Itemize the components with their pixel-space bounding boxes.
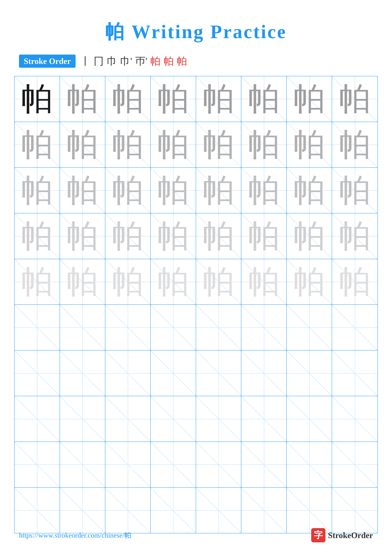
grid-cell[interactable] [332, 488, 378, 533]
char: 帕 [21, 83, 53, 115]
grid-cell[interactable] [105, 351, 151, 396]
char: 帕 [112, 220, 143, 252]
grid-cell[interactable]: 帕 [196, 213, 242, 259]
grid-cell[interactable]: 帕 [105, 168, 151, 213]
char: 帕 [203, 129, 234, 161]
grid-cell[interactable]: 帕 [332, 76, 378, 122]
grid-cell[interactable] [151, 442, 196, 487]
grid-cell[interactable] [151, 488, 196, 533]
grid-cell[interactable] [60, 305, 105, 350]
grid-cell[interactable] [105, 442, 151, 487]
grid-cell[interactable]: 帕 [151, 122, 196, 167]
grid-cell[interactable]: 帕 [105, 122, 151, 167]
grid-cell[interactable] [241, 442, 287, 487]
grid-cell[interactable] [151, 351, 196, 396]
grid-cell[interactable] [105, 396, 151, 442]
grid-cell[interactable] [332, 351, 378, 396]
grid-cell[interactable] [196, 488, 242, 533]
char: 帕 [203, 220, 234, 252]
grid-cell[interactable]: 帕 [241, 259, 287, 305]
grid-cell[interactable]: 帕 [60, 168, 105, 213]
grid-cell[interactable] [14, 488, 60, 533]
grid-cell[interactable]: 帕 [196, 76, 242, 122]
grid-cell[interactable]: 帕 [196, 122, 242, 167]
grid-row-2: 帕 帕 帕 帕 帕 帕 帕 帕 [14, 122, 378, 168]
grid-cell[interactable]: 帕 [287, 259, 332, 305]
grid-cell[interactable]: 帕 [105, 76, 151, 122]
grid-cell[interactable] [332, 305, 378, 350]
footer: https://www.strokeorder.com/chinese/帕 字 … [0, 528, 392, 542]
grid-cell[interactable]: 帕 [196, 168, 242, 213]
grid-cell[interactable] [241, 351, 287, 396]
grid-cell[interactable]: 帕 [196, 259, 242, 305]
grid-cell[interactable]: 帕 [151, 213, 196, 259]
grid-cell[interactable]: 帕 [60, 76, 105, 122]
grid-cell[interactable]: 帕 [14, 213, 60, 259]
grid-cell[interactable]: 帕 [287, 213, 332, 259]
grid-cell[interactable] [196, 396, 242, 442]
grid-cell[interactable]: 帕 [105, 213, 151, 259]
footer-url[interactable]: https://www.strokeorder.com/chinese/帕 [19, 531, 131, 540]
grid-cell[interactable] [241, 488, 287, 533]
grid-cell[interactable] [287, 396, 332, 442]
grid-cell[interactable] [60, 351, 105, 396]
char: 帕 [157, 83, 189, 115]
grid-cell[interactable]: 帕 [287, 76, 332, 122]
grid-cell[interactable]: 帕 [14, 259, 60, 305]
grid-cell[interactable] [332, 396, 378, 442]
grid-row-7 [14, 351, 378, 396]
grid-cell[interactable] [105, 488, 151, 533]
grid-cell[interactable]: 帕 [332, 168, 378, 213]
grid-row-8 [14, 396, 378, 442]
grid-cell[interactable]: 帕 [287, 168, 332, 213]
grid-cell[interactable] [151, 396, 196, 442]
grid-cell[interactable]: 帕 [105, 259, 151, 305]
grid-cell[interactable]: 帕 [14, 168, 60, 213]
grid-cell[interactable] [287, 305, 332, 350]
grid-cell[interactable]: 帕 [241, 122, 287, 167]
logo-name: StrokeOrder [328, 531, 373, 540]
grid-cell[interactable]: 帕 [332, 259, 378, 305]
grid-cell[interactable] [151, 305, 196, 350]
grid-cell[interactable] [14, 442, 60, 487]
grid-cell[interactable] [196, 305, 242, 350]
grid-cell[interactable]: 帕 [151, 259, 196, 305]
grid-cell[interactable]: 帕 [14, 122, 60, 167]
grid-cell[interactable]: 帕 [14, 76, 60, 122]
grid-cell[interactable] [287, 442, 332, 487]
char: 帕 [248, 220, 280, 252]
grid-cell[interactable] [14, 351, 60, 396]
char: 帕 [248, 83, 280, 115]
char: 帕 [21, 266, 53, 298]
stroke-step-3: 巾 [107, 54, 117, 68]
grid-cell[interactable]: 帕 [60, 122, 105, 167]
grid-cell[interactable] [241, 396, 287, 442]
logo-char: 字 [314, 529, 323, 541]
stroke-step-7: 帕 [164, 54, 174, 68]
grid-cell[interactable] [332, 442, 378, 487]
grid-cell[interactable]: 帕 [60, 259, 105, 305]
grid-cell[interactable] [60, 442, 105, 487]
grid-cell[interactable] [287, 351, 332, 396]
grid-cell[interactable]: 帕 [241, 213, 287, 259]
grid-cell[interactable] [14, 396, 60, 442]
grid-cell[interactable]: 帕 [151, 168, 196, 213]
grid-cell[interactable]: 帕 [151, 76, 196, 122]
char: 帕 [157, 220, 189, 252]
grid-cell[interactable] [241, 305, 287, 350]
grid-cell[interactable]: 帕 [287, 122, 332, 167]
grid-cell[interactable]: 帕 [241, 76, 287, 122]
char: 帕 [157, 129, 189, 161]
grid-cell[interactable] [196, 442, 242, 487]
grid-cell[interactable]: 帕 [332, 213, 378, 259]
grid-cell[interactable]: 帕 [332, 122, 378, 167]
char: 帕 [248, 266, 280, 298]
grid-cell[interactable] [60, 396, 105, 442]
grid-cell[interactable] [60, 488, 105, 533]
grid-cell[interactable]: 帕 [241, 168, 287, 213]
grid-cell[interactable]: 帕 [60, 213, 105, 259]
grid-cell[interactable] [105, 305, 151, 350]
grid-cell[interactable] [287, 488, 332, 533]
grid-cell[interactable] [14, 305, 60, 350]
grid-cell[interactable] [196, 351, 242, 396]
